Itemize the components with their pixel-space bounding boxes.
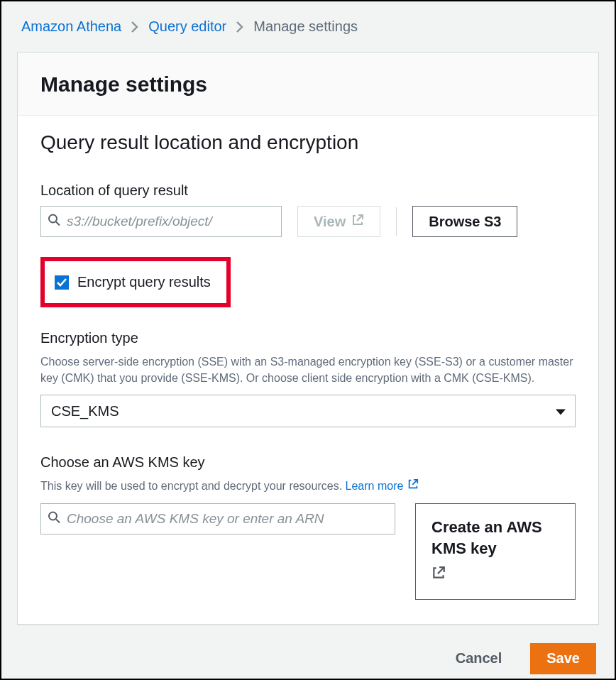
external-link-icon bbox=[431, 564, 446, 586]
encrypt-checkbox[interactable] bbox=[55, 275, 69, 290]
footer-actions: Cancel Save bbox=[17, 643, 599, 674]
kms-key-input[interactable] bbox=[40, 503, 395, 534]
encryption-type-description: Choose server-side encryption (SSE) with… bbox=[40, 353, 576, 386]
encrypt-checkbox-highlight: Encrypt query results bbox=[40, 257, 231, 307]
location-label: Location of query result bbox=[40, 182, 576, 199]
external-link-icon bbox=[351, 214, 364, 230]
encryption-type-label: Encryption type bbox=[40, 330, 576, 346]
chevron-right-icon bbox=[236, 21, 243, 33]
external-link-icon bbox=[407, 478, 419, 494]
cancel-button[interactable]: Cancel bbox=[440, 643, 518, 674]
settings-card: Manage settings Query result location an… bbox=[17, 52, 599, 625]
encryption-type-value: CSE_KMS bbox=[51, 403, 119, 419]
browse-s3-button[interactable]: Browse S3 bbox=[412, 206, 517, 237]
search-icon bbox=[48, 214, 60, 230]
svg-point-0 bbox=[49, 215, 57, 223]
breadcrumb-link-athena[interactable]: Amazon Athena bbox=[21, 18, 121, 35]
create-kms-key-label: Create an AWS KMS key bbox=[431, 517, 559, 561]
svg-line-3 bbox=[412, 480, 417, 485]
kms-description-text: This key will be used to encrypt and dec… bbox=[40, 480, 346, 492]
location-input[interactable] bbox=[40, 206, 282, 237]
caret-down-icon bbox=[555, 403, 566, 419]
learn-more-label: Learn more bbox=[346, 478, 404, 494]
section-title: Query result location and encryption bbox=[40, 131, 576, 154]
kms-input-wrap bbox=[40, 503, 395, 534]
save-button[interactable]: Save bbox=[530, 643, 596, 674]
svg-line-6 bbox=[438, 567, 444, 574]
view-button[interactable]: View bbox=[297, 206, 380, 237]
page-title: Manage settings bbox=[40, 72, 576, 97]
create-kms-key-button[interactable]: Create an AWS KMS key bbox=[415, 503, 576, 600]
save-button-label: Save bbox=[546, 650, 580, 667]
svg-line-2 bbox=[357, 215, 363, 221]
encryption-type-select[interactable]: CSE_KMS bbox=[40, 395, 576, 427]
vertical-divider bbox=[396, 207, 397, 236]
svg-line-1 bbox=[56, 222, 60, 226]
kms-description: This key will be used to encrypt and dec… bbox=[40, 478, 576, 494]
location-input-wrap bbox=[40, 206, 282, 237]
cancel-button-label: Cancel bbox=[456, 650, 502, 667]
card-header: Manage settings bbox=[18, 53, 598, 116]
breadcrumb: Amazon Athena Query editor Manage settin… bbox=[17, 18, 599, 35]
view-button-label: View bbox=[314, 214, 346, 230]
browse-s3-label: Browse S3 bbox=[429, 214, 501, 230]
svg-point-4 bbox=[49, 512, 57, 520]
breadcrumb-current: Manage settings bbox=[253, 18, 358, 35]
search-icon bbox=[48, 510, 60, 527]
breadcrumb-link-query-editor[interactable]: Query editor bbox=[148, 18, 226, 35]
kms-label: Choose an AWS KMS key bbox=[40, 454, 576, 471]
chevron-right-icon bbox=[131, 21, 138, 33]
encrypt-checkbox-label: Encrypt query results bbox=[77, 274, 211, 290]
learn-more-link[interactable]: Learn more bbox=[346, 478, 419, 494]
svg-line-5 bbox=[56, 519, 60, 522]
